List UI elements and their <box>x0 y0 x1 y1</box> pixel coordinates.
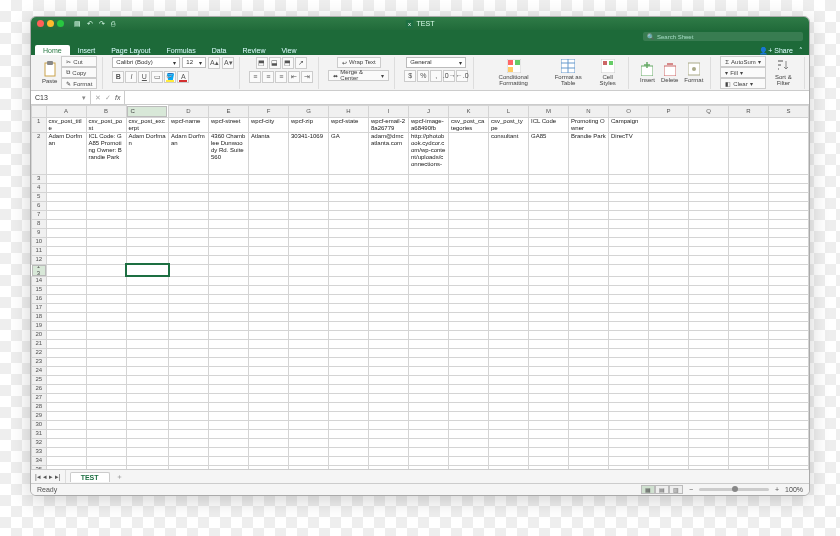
cell[interactable] <box>249 465 289 469</box>
page-break-view-button[interactable]: ▥ <box>669 485 683 494</box>
cell[interactable] <box>609 321 649 330</box>
cell[interactable] <box>169 210 209 219</box>
cell[interactable] <box>329 210 369 219</box>
cell[interactable] <box>529 321 569 330</box>
cell[interactable] <box>489 285 529 294</box>
cell[interactable] <box>649 420 689 429</box>
cell[interactable] <box>689 276 729 285</box>
align-middle-button[interactable]: ⬓ <box>269 57 281 69</box>
cell[interactable] <box>169 366 209 375</box>
cell[interactable] <box>86 348 126 357</box>
cell[interactable] <box>529 312 569 321</box>
cell[interactable] <box>369 393 409 402</box>
cell[interactable] <box>289 357 329 366</box>
cell[interactable] <box>609 330 649 339</box>
cell[interactable]: GA85 <box>529 132 569 174</box>
cell[interactable] <box>169 246 209 255</box>
cell[interactable] <box>46 219 86 228</box>
cell[interactable] <box>329 393 369 402</box>
search-sheet-input[interactable]: 🔍 Search Sheet <box>643 32 803 41</box>
cell[interactable] <box>209 228 249 237</box>
cell[interactable] <box>729 183 769 192</box>
cell[interactable]: wpcf-zip <box>289 117 329 132</box>
cell[interactable] <box>169 402 209 411</box>
cell[interactable] <box>126 447 169 456</box>
cell[interactable] <box>249 276 289 285</box>
column-header[interactable]: F <box>249 106 289 118</box>
cell[interactable] <box>126 411 169 420</box>
cell[interactable] <box>409 321 449 330</box>
cell[interactable] <box>569 420 609 429</box>
cell[interactable]: wpcf-street <box>209 117 249 132</box>
cell[interactable] <box>86 174 126 183</box>
cell[interactable] <box>769 357 809 366</box>
cell[interactable] <box>126 285 169 294</box>
cell[interactable] <box>289 219 329 228</box>
cell[interactable] <box>409 348 449 357</box>
cell[interactable] <box>529 210 569 219</box>
cell[interactable] <box>649 456 689 465</box>
cell[interactable] <box>529 357 569 366</box>
cell[interactable] <box>449 264 489 276</box>
cell[interactable] <box>529 420 569 429</box>
cell[interactable] <box>449 294 489 303</box>
cell[interactable] <box>369 276 409 285</box>
cell[interactable] <box>689 366 729 375</box>
cell[interactable] <box>449 303 489 312</box>
cell[interactable] <box>569 294 609 303</box>
cell[interactable] <box>209 366 249 375</box>
cell[interactable] <box>289 384 329 393</box>
cell[interactable] <box>126 192 169 201</box>
cell[interactable] <box>649 321 689 330</box>
cell[interactable] <box>409 276 449 285</box>
cell[interactable] <box>329 219 369 228</box>
cell[interactable] <box>689 255 729 264</box>
row-header[interactable]: 31 <box>32 429 47 438</box>
cell[interactable] <box>649 219 689 228</box>
cell[interactable] <box>569 183 609 192</box>
cell[interactable] <box>86 264 126 276</box>
cell[interactable] <box>249 303 289 312</box>
cell[interactable] <box>609 219 649 228</box>
cell[interactable] <box>769 438 809 447</box>
cell[interactable] <box>689 303 729 312</box>
cell[interactable] <box>409 402 449 411</box>
cell[interactable] <box>329 246 369 255</box>
cell[interactable] <box>249 447 289 456</box>
cell[interactable] <box>249 246 289 255</box>
cell[interactable] <box>46 321 86 330</box>
cell[interactable] <box>289 228 329 237</box>
cell[interactable]: consultant <box>489 132 529 174</box>
cell[interactable] <box>249 348 289 357</box>
cell[interactable] <box>249 210 289 219</box>
cell[interactable] <box>409 228 449 237</box>
cell[interactable] <box>329 438 369 447</box>
cell[interactable] <box>529 228 569 237</box>
cell[interactable] <box>126 237 169 246</box>
cell[interactable] <box>769 255 809 264</box>
wrap-text-button[interactable]: ↩Wrap Text <box>337 57 381 68</box>
sheet-tab[interactable]: TEST <box>70 472 110 482</box>
cell[interactable] <box>126 420 169 429</box>
column-header[interactable]: B <box>86 106 126 118</box>
align-top-button[interactable]: ⬒ <box>256 57 268 69</box>
cell[interactable] <box>489 447 529 456</box>
cell[interactable] <box>46 348 86 357</box>
row-header[interactable]: 14 <box>32 276 47 285</box>
cell[interactable] <box>126 276 169 285</box>
cell[interactable] <box>46 255 86 264</box>
cell[interactable] <box>329 183 369 192</box>
cell[interactable] <box>169 384 209 393</box>
cell[interactable] <box>689 210 729 219</box>
cell[interactable] <box>689 294 729 303</box>
cell[interactable] <box>289 339 329 348</box>
increase-indent-button[interactable]: ⇥ <box>301 71 313 83</box>
cell[interactable] <box>769 402 809 411</box>
cell[interactable] <box>329 264 369 276</box>
cell[interactable] <box>729 465 769 469</box>
column-header[interactable]: E <box>209 106 249 118</box>
cell[interactable] <box>569 303 609 312</box>
cell[interactable] <box>329 465 369 469</box>
cell[interactable] <box>449 192 489 201</box>
cell[interactable] <box>729 447 769 456</box>
